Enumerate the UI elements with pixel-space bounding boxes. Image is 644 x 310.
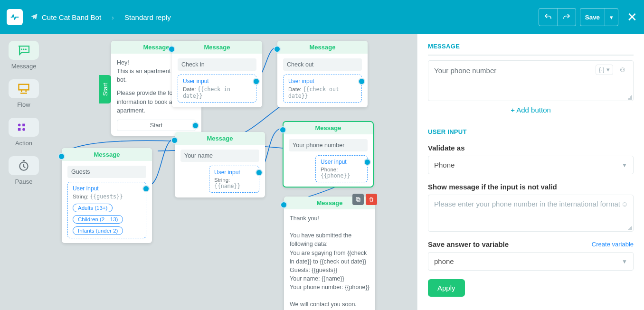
app-logo[interactable] [7,9,23,25]
node-checkin[interactable]: Message Check in User input Date: {{chec… [172,41,262,107]
insert-variable-button[interactable]: {·} ▾ [596,65,613,75]
in-port[interactable] [172,138,177,143]
out-port[interactable] [365,160,370,165]
node-text: Thank you! You have submitted the follow… [290,214,369,309]
save-dropdown[interactable]: ▾ [605,9,618,26]
chevron-right-icon: › [112,13,114,21]
node-title: Message [277,41,368,54]
telegram-icon [30,13,38,22]
prompt-text: Check out [283,58,362,71]
emoji-button[interactable]: ☺ [616,65,629,75]
prompt-text: Your phone number [289,139,368,151]
svg-rect-9 [357,198,360,201]
add-button[interactable]: + Add button [428,101,634,119]
node-actions [352,194,377,205]
user-input-block[interactable]: User input String: {{guests}} Adults (13… [67,182,146,238]
variable-select[interactable]: phone ▼ [428,252,634,271]
prompt-text: Your name [180,150,259,162]
svg-point-7 [22,128,25,131]
node-checkout[interactable]: Message Check out User input Date: {{che… [277,41,368,107]
svg-rect-5 [22,124,25,127]
action-icon [9,118,39,137]
chip-adults[interactable]: Adults (13+) [73,204,113,212]
flow-icon [9,79,39,98]
tool-label: Message [11,63,37,70]
svg-point-4 [18,124,21,127]
invalid-message-textarea[interactable]: Please enter your phone number in the in… [428,195,634,232]
node-title: Message [62,148,152,161]
save-button[interactable]: Save [580,9,605,26]
invalid-label: Show message if the input is not valid [428,183,634,191]
resize-handle[interactable] [627,95,632,100]
tool-label: Action [15,140,32,147]
user-input-block[interactable]: User input String: {{name}} [209,166,259,193]
svg-rect-6 [18,128,21,131]
validate-label: Validate as [428,144,634,152]
tool-action[interactable]: Action [5,118,43,147]
chip-infants[interactable]: Infants (under 2) [73,226,123,235]
resize-handle[interactable] [627,225,632,230]
tool-flow[interactable]: Flow [5,79,43,108]
prompt-text: Check in [178,58,256,71]
node-summary[interactable]: Message Thank you! You have submitted th… [284,197,375,310]
svg-rect-3 [19,85,29,90]
tool-pause[interactable]: Pause [5,156,43,185]
tool-label: Pause [15,178,33,185]
node-title: Message [172,41,262,54]
user-input-block[interactable]: User input Date: {{check out date}} [283,75,362,103]
create-variable-link[interactable]: Create variable [592,241,634,248]
section-message-title: MESSAGE [428,43,634,56]
start-button[interactable]: Start [117,120,196,131]
inspector-panel: MESSAGE Your phone number {·} ▾ ☺ + Add … [417,34,644,310]
emoji-button[interactable]: ☺ [621,200,628,208]
out-port[interactable] [193,123,198,128]
undo-button[interactable] [539,9,557,26]
out-port[interactable] [254,79,259,84]
duplicate-button[interactable] [352,194,364,205]
in-port[interactable] [281,202,286,207]
redo-button[interactable] [557,9,576,26]
out-port[interactable] [256,170,262,175]
out-port[interactable] [359,79,364,84]
node-title: Message [283,122,373,134]
in-port[interactable] [280,127,285,132]
svg-point-1 [23,48,24,50]
svg-point-2 [25,48,27,50]
node-title: Message [175,132,265,145]
flow-name[interactable]: Standard reply [124,13,171,21]
svg-rect-10 [356,197,359,200]
bot-name[interactable]: Cute Cat Band Bot [42,13,101,21]
pause-icon [9,156,39,175]
close-button[interactable]: ✕ [627,10,637,25]
delete-button[interactable] [366,194,377,205]
out-port[interactable] [143,186,149,191]
top-right-actions: Save ▾ ✕ [539,8,637,26]
message-textarea[interactable]: Your phone number {·} ▾ ☺ [428,60,634,101]
message-icon [9,41,39,60]
section-userinput-title: USER INPUT [428,128,634,135]
chevron-down-icon: ▼ [622,258,627,265]
chip-children[interactable]: Children (2—13) [73,215,123,224]
in-port[interactable] [169,47,174,52]
save-answer-label: Save answer to variable [428,240,509,248]
chip-row: Adults (13+) Children (2—13) Infants (un… [73,204,141,235]
chevron-down-icon: ▼ [622,162,627,169]
user-input-block[interactable]: User input Date: {{check in date}} [178,75,256,103]
node-guests[interactable]: Message Guests User input String: {{gues… [62,148,152,243]
breadcrumb: Cute Cat Band Bot › Standard reply [30,13,171,22]
tool-message[interactable]: Message [5,41,43,70]
in-port[interactable] [59,154,64,159]
start-tag: Start [99,75,111,103]
undo-redo-group [539,8,576,26]
svg-point-0 [21,48,22,50]
user-input-block[interactable]: User input Phone: {{phone}} [315,155,368,182]
in-port[interactable] [275,47,280,52]
node-phone[interactable]: Message Your phone number User input Pho… [283,122,373,187]
node-name[interactable]: Message Your name User input String: {{n… [175,132,265,197]
apply-button[interactable]: Apply [428,279,465,297]
top-bar: Cute Cat Band Bot › Standard reply Save … [0,0,644,34]
prompt-text: Guests [67,166,146,178]
flow-canvas[interactable]: Start Message Hey! This is an apartment … [47,34,417,310]
validate-select[interactable]: Phone ▼ [428,156,634,174]
tool-label: Flow [17,101,30,108]
